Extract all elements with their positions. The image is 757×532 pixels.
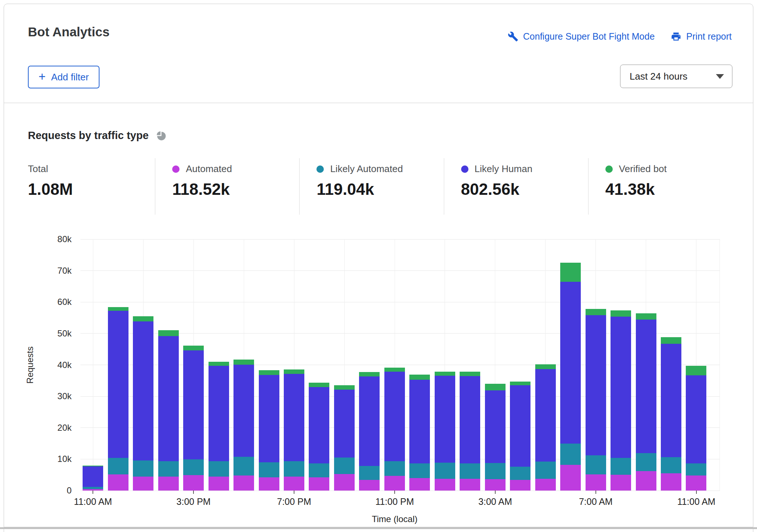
bar-segment-likely-automated[interactable]	[284, 461, 304, 476]
bar-segment-automated[interactable]	[183, 475, 204, 491]
bar-hour-17[interactable]	[508, 382, 533, 491]
bar-segment-likely-automated[interactable]	[158, 461, 179, 477]
stacked-bar[interactable]	[586, 309, 606, 491]
bar-segment-verified-bot[interactable]	[108, 307, 128, 311]
bar-segment-verified-bot[interactable]	[334, 385, 355, 390]
bar-segment-likely-human[interactable]	[359, 376, 380, 466]
stacked-bar[interactable]	[183, 346, 204, 491]
bar-segment-likely-human[interactable]	[686, 375, 706, 464]
bar-segment-verified-bot[interactable]	[133, 316, 153, 322]
bar-hour-11[interactable]	[357, 372, 382, 491]
bar-segment-verified-bot[interactable]	[233, 360, 254, 365]
bar-segment-verified-bot[interactable]	[460, 372, 480, 376]
bar-segment-likely-human[interactable]	[183, 350, 204, 459]
bar-segment-likely-automated[interactable]	[510, 467, 530, 480]
bar-segment-automated[interactable]	[636, 471, 656, 491]
bar-segment-likely-human[interactable]	[485, 390, 506, 463]
bar-hour-22[interactable]	[633, 313, 658, 491]
bar-segment-likely-automated[interactable]	[661, 457, 681, 473]
stacked-bar[interactable]	[359, 372, 380, 491]
bar-segment-likely-human[interactable]	[158, 336, 179, 461]
bar-segment-verified-bot[interactable]	[435, 372, 455, 376]
bar-segment-automated[interactable]	[611, 475, 631, 491]
bar-segment-automated[interactable]	[359, 480, 380, 491]
bar-hour-15[interactable]	[457, 372, 482, 491]
bar-hour-5[interactable]	[206, 362, 231, 491]
stacked-bar[interactable]	[485, 384, 506, 491]
bar-segment-verified-bot[interactable]	[284, 369, 304, 374]
stacked-bar[interactable]	[209, 362, 229, 491]
bar-segment-likely-human[interactable]	[409, 380, 430, 464]
bar-segment-automated[interactable]	[686, 475, 706, 491]
add-filter-button[interactable]: + Add filter	[28, 66, 99, 88]
bar-hour-12[interactable]	[382, 368, 407, 491]
bar-segment-verified-bot[interactable]	[586, 309, 606, 315]
bar-hour-9[interactable]	[307, 383, 332, 491]
bar-hour-20[interactable]	[583, 309, 608, 491]
stacked-bar[interactable]	[133, 316, 153, 491]
bar-segment-verified-bot[interactable]	[535, 364, 556, 369]
bar-segment-likely-automated[interactable]	[108, 458, 128, 474]
bar-hour-18[interactable]	[533, 364, 558, 491]
bar-segment-automated[interactable]	[460, 479, 480, 491]
bar-hour-6[interactable]	[231, 360, 256, 491]
stacked-bar[interactable]	[510, 382, 530, 491]
bar-segment-verified-bot[interactable]	[686, 366, 706, 375]
bar-segment-likely-human[interactable]	[108, 311, 128, 458]
bar-hour-19[interactable]	[558, 263, 583, 491]
stacked-bar[interactable]	[535, 364, 556, 491]
bar-segment-verified-bot[interactable]	[510, 382, 530, 385]
bar-segment-verified-bot[interactable]	[611, 310, 631, 316]
bar-segment-likely-human[interactable]	[284, 374, 304, 462]
bar-segment-automated[interactable]	[309, 477, 329, 491]
bar-segment-likely-automated[interactable]	[485, 463, 506, 480]
bar-segment-likely-automated[interactable]	[409, 463, 430, 478]
stacked-bar[interactable]	[334, 385, 355, 491]
bar-segment-verified-bot[interactable]	[560, 263, 581, 281]
stacked-bar[interactable]	[460, 372, 480, 491]
bar-segment-likely-human[interactable]	[535, 369, 556, 462]
bar-hour-13[interactable]	[407, 375, 432, 491]
stacked-bar[interactable]	[158, 330, 179, 491]
stacked-bar[interactable]	[636, 313, 656, 491]
bar-segment-verified-bot[interactable]	[661, 337, 681, 344]
bar-segment-verified-bot[interactable]	[158, 330, 179, 336]
bar-segment-automated[interactable]	[661, 473, 681, 491]
bar-segment-likely-human[interactable]	[259, 375, 279, 462]
stacked-bar[interactable]	[233, 360, 254, 491]
bar-segment-automated[interactable]	[133, 477, 153, 491]
bar-segment-likely-automated[interactable]	[233, 457, 254, 475]
bar-segment-likely-automated[interactable]	[460, 463, 480, 479]
bar-segment-likely-human[interactable]	[586, 315, 606, 455]
stacked-bar[interactable]	[83, 466, 103, 491]
bar-hour-4[interactable]	[181, 346, 206, 491]
bar-segment-likely-automated[interactable]	[334, 458, 355, 474]
bar-segment-automated[interactable]	[334, 474, 355, 491]
bar-hour-24[interactable]	[684, 366, 709, 491]
bar-segment-likely-automated[interactable]	[183, 459, 204, 475]
bar-segment-likely-automated[interactable]	[560, 444, 581, 464]
bar-segment-likely-automated[interactable]	[435, 463, 455, 479]
bar-segment-likely-human[interactable]	[233, 365, 254, 457]
bar-segment-likely-human[interactable]	[460, 376, 480, 463]
bar-segment-likely-automated[interactable]	[209, 461, 229, 477]
bar-segment-likely-human[interactable]	[384, 372, 405, 462]
bar-segment-likely-human[interactable]	[560, 282, 581, 444]
bar-hour-21[interactable]	[608, 310, 633, 491]
print-report-link[interactable]: Print report	[671, 31, 732, 42]
bar-segment-automated[interactable]	[535, 479, 556, 491]
bar-segment-verified-bot[interactable]	[409, 375, 430, 380]
bar-segment-automated[interactable]	[384, 476, 405, 491]
bar-segment-likely-automated[interactable]	[133, 460, 153, 477]
bar-segment-verified-bot[interactable]	[259, 370, 279, 375]
bar-segment-automated[interactable]	[284, 477, 304, 491]
bar-segment-verified-bot[interactable]	[384, 368, 405, 371]
stacked-bar[interactable]	[435, 372, 455, 491]
bar-segment-likely-human[interactable]	[661, 344, 681, 457]
bar-segment-likely-automated[interactable]	[611, 458, 631, 475]
bar-hour-0[interactable]	[80, 466, 105, 491]
bar-segment-automated[interactable]	[158, 477, 179, 491]
bar-hour-23[interactable]	[659, 337, 684, 491]
stacked-bar[interactable]	[661, 337, 681, 491]
stacked-bar[interactable]	[560, 263, 581, 491]
